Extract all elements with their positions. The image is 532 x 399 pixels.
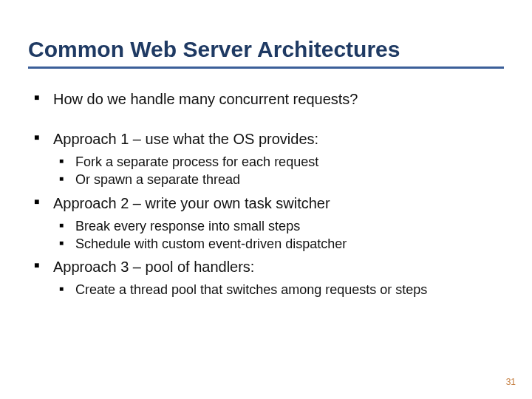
sub-bullet: Fork a separate process for each request [53, 153, 504, 171]
slide-content: How do we handle many concurrent request… [28, 89, 504, 299]
bullet-list: How do we handle many concurrent request… [28, 89, 504, 299]
bullet-approach-3: Approach 3 – pool of handlers: Create a … [28, 257, 504, 299]
sub-bullet-text: Fork a separate process for each request [75, 154, 318, 169]
page-number: 31 [506, 377, 516, 387]
bullet-text: Approach 2 – write your own task switche… [53, 195, 330, 211]
sub-bullet: Or spawn a separate thread [53, 171, 504, 188]
sub-bullet: Schedule with custom event-driven dispat… [53, 235, 504, 253]
sub-bullet-text: Break every response into small steps [75, 219, 300, 233]
sub-bullet-list: Break every response into small steps Sc… [53, 217, 504, 253]
bullet-approach-1: Approach 1 – use what the OS provides: F… [28, 129, 504, 189]
sub-bullet-list: Fork a separate process for each request… [53, 153, 504, 189]
sub-bullet-text: Or spawn a separate thread [75, 172, 240, 187]
sub-bullet: Create a thread pool that switches among… [53, 281, 504, 299]
sub-bullet-text: Schedule with custom event-driven dispat… [75, 236, 347, 251]
bullet-text: How do we handle many concurrent request… [53, 91, 358, 107]
bullet-intro: How do we handle many concurrent request… [28, 89, 504, 109]
bullet-text: Approach 3 – pool of handlers: [53, 259, 254, 275]
bullet-text: Approach 1 – use what the OS provides: [53, 131, 318, 147]
slide-title: Common Web Server Architectures [28, 37, 504, 69]
sub-bullet-text: Create a thread pool that switches among… [75, 282, 427, 297]
sub-bullet: Break every response into small steps [53, 217, 504, 235]
sub-bullet-list: Create a thread pool that switches among… [53, 281, 504, 299]
bullet-approach-2: Approach 2 – write your own task switche… [28, 194, 504, 253]
